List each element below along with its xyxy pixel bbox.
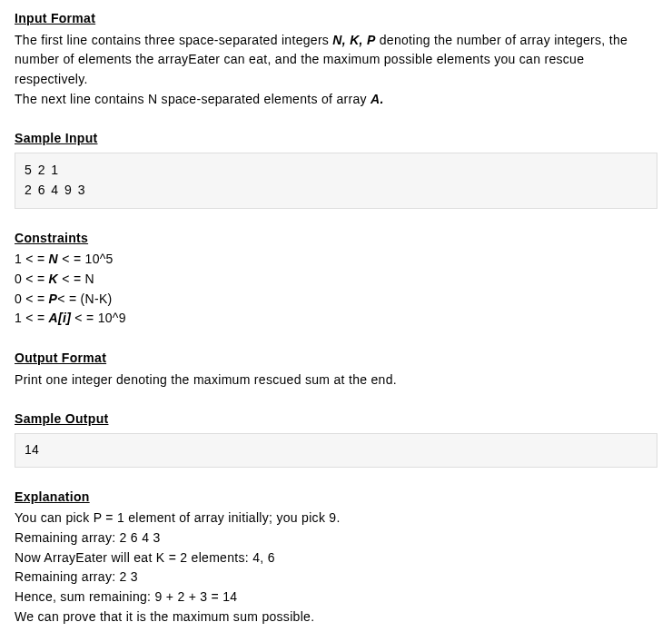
- sample-input-heading: Sample Input: [15, 129, 657, 149]
- constraint-3-post: < = (N-K): [57, 291, 112, 306]
- input-format-text: The first line contains three space-sepa…: [15, 31, 657, 110]
- constraint-1: 1 < = N < = 10^5: [15, 250, 657, 270]
- explanation-line-6: We can prove that it is the maximum sum …: [15, 607, 657, 627]
- sample-output-box: 14: [15, 433, 657, 468]
- constraint-2: 0 < = K < = N: [15, 270, 657, 290]
- explanation-line-2: Remaining array: 2 6 4 3: [15, 528, 657, 548]
- constraint-3-pre: 0 < =: [15, 291, 49, 306]
- constraint-4-post: < = 10^9: [71, 311, 126, 325]
- constraint-2-var: K: [49, 272, 58, 286]
- output-format-heading: Output Format: [15, 349, 657, 369]
- constraint-3-var: P: [49, 291, 58, 306]
- constraint-4-var: A[i]: [49, 311, 72, 325]
- explanation-heading: Explanation: [15, 488, 657, 508]
- input-format-line2a: The next line contains N space-separated…: [15, 92, 371, 106]
- sample-input-box: 5 2 1 2 6 4 9 3: [15, 153, 657, 208]
- input-format-vars-nkp: N, K, P: [332, 33, 375, 47]
- constraint-3: 0 < = P< = (N-K): [15, 290, 657, 310]
- constraint-1-var: N: [49, 252, 58, 266]
- explanation-line-1: You can pick P = 1 element of array init…: [15, 509, 657, 528]
- explanation-line-4: Remaining array: 2 3: [15, 568, 657, 588]
- constraints-heading: Constraints: [15, 229, 657, 249]
- input-format-heading: Input Format: [15, 9, 657, 29]
- constraint-2-post: < = N: [58, 272, 94, 286]
- constraint-1-post: < = 10^5: [58, 252, 114, 266]
- output-format-text: Print one integer denoting the maximum r…: [15, 370, 657, 390]
- explanation-line-3: Now ArrayEater will eat K = 2 elements: …: [15, 548, 657, 568]
- explanation-line-5: Hence, sum remaining: 9 + 2 + 3 = 14: [15, 588, 657, 607]
- constraint-4: 1 < = A[i] < = 10^9: [15, 309, 657, 329]
- sample-output-heading: Sample Output: [15, 410, 657, 430]
- input-format-var-a: A.: [371, 92, 384, 106]
- constraint-1-pre: 1 < =: [15, 252, 49, 266]
- input-format-line1a: The first line contains three space-sepa…: [15, 33, 332, 47]
- constraint-2-pre: 0 < =: [15, 272, 49, 286]
- constraint-4-pre: 1 < =: [15, 311, 49, 325]
